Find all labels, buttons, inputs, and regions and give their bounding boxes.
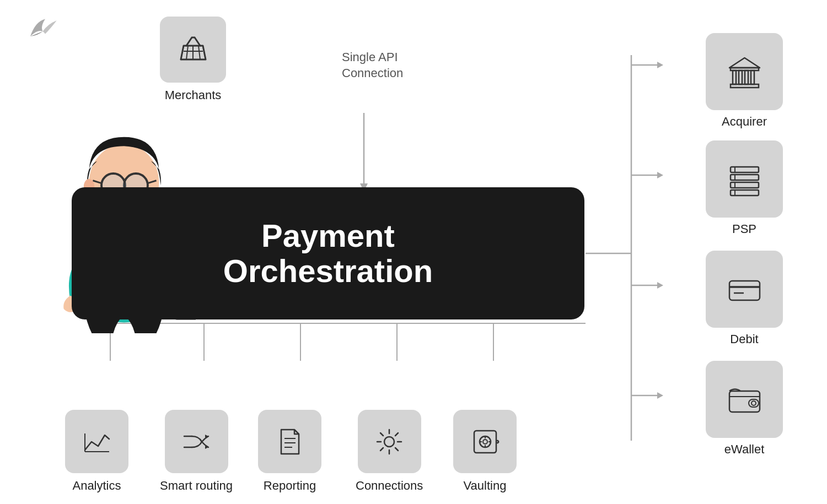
vaulting-group: Vaulting [453,410,517,493]
smart-routing-group: Smart routing [160,410,233,493]
vaulting-icon-box [453,410,517,473]
svg-point-65 [384,437,394,447]
vaulting-label: Vaulting [464,479,507,493]
analytics-label: Analytics [72,479,121,493]
svg-marker-7 [657,172,663,178]
merchants-group: Merchants [160,17,226,102]
svg-rect-40 [751,71,754,84]
svg-rect-74 [474,431,496,453]
svg-marker-5 [657,62,663,68]
svg-line-71 [395,448,398,451]
psp-group: PSP [706,140,783,236]
svg-line-72 [395,433,398,436]
debit-icon-box [706,251,783,328]
api-connection-text: Single API Connection [342,50,403,81]
svg-point-55 [751,401,756,405]
svg-marker-41 [729,58,760,68]
page-container: Merchants Single API Connection Payment … [0,0,827,504]
svg-line-73 [380,448,383,451]
svg-marker-9 [657,282,663,289]
svg-rect-38 [739,71,742,84]
connections-group: Connections [356,410,423,493]
svg-rect-37 [733,71,736,84]
bird-logo [28,17,58,41]
analytics-icon-box [65,410,128,473]
svg-rect-50 [729,281,760,300]
debit-label: Debit [730,332,758,346]
reporting-label: Reporting [264,479,316,493]
merchants-icon-box [160,17,226,83]
connections-icon-box [358,410,421,473]
reporting-icon-box [258,410,321,473]
reporting-group: Reporting [258,410,321,493]
psp-label: PSP [732,222,756,236]
ewallet-group: eWallet [706,361,783,457]
ewallet-icon-box [706,361,783,438]
psp-icon-box [706,140,783,218]
debit-group: Debit [706,251,783,346]
svg-line-70 [380,433,383,436]
svg-point-76 [483,440,487,444]
acquirer-label: Acquirer [722,115,767,129]
smart-routing-label: Smart routing [160,479,233,493]
orchestration-title: Payment Orchestration [223,218,433,289]
connections-label: Connections [356,479,423,493]
ewallet-label: eWallet [724,442,765,457]
svg-line-34 [198,46,200,59]
smart-routing-icon-box [165,410,228,473]
acquirer-icon-box [706,33,783,110]
analytics-group: Analytics [65,410,128,493]
svg-rect-39 [745,71,748,84]
orchestration-box: Payment Orchestration [72,187,584,319]
merchants-label: Merchants [165,88,222,102]
svg-line-33 [186,46,188,59]
svg-marker-11 [657,392,663,399]
acquirer-group: Acquirer [706,33,783,129]
